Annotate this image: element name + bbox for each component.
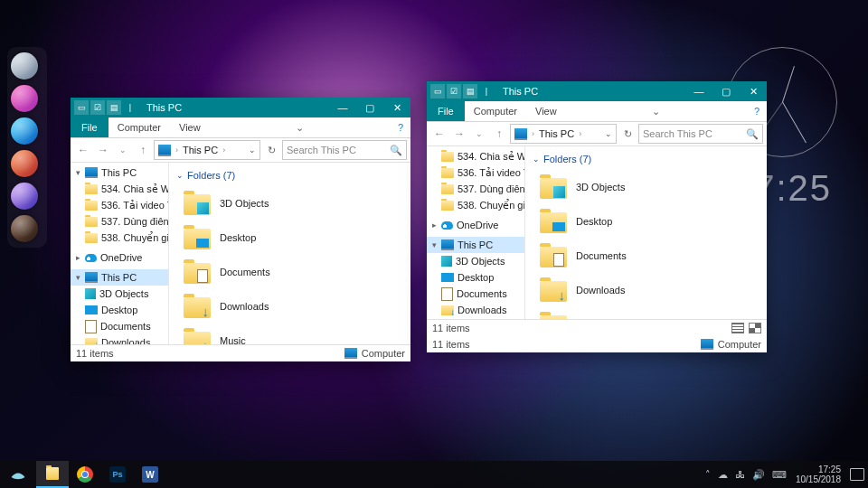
tray-up-icon[interactable]: ˄ [705, 469, 711, 481]
folder-item-3d[interactable]: 3D Objects [533, 170, 760, 204]
close-button[interactable]: ✕ [383, 98, 410, 117]
tray-clock[interactable]: 17:25 10/15/2018 [794, 465, 843, 484]
up-button[interactable]: ↑ [134, 141, 152, 159]
folder-item-documents[interactable]: Documents [176, 255, 403, 289]
nav-item[interactable]: Downloads [427, 302, 524, 318]
folder-item-desktop[interactable]: Desktop [533, 204, 760, 239]
help-icon[interactable]: ? [391, 122, 410, 133]
folder-item-music[interactable]: Music [533, 307, 760, 319]
nav-item[interactable]: Documents [427, 286, 524, 302]
nav-item[interactable]: ▸OneDrive [71, 249, 168, 266]
dock-1[interactable] [11, 52, 38, 80]
computer-tab[interactable]: Computer [465, 101, 526, 121]
ribbon-expand-icon[interactable]: ⌄ [646, 106, 666, 117]
file-tab[interactable]: File [71, 117, 108, 137]
dock-6[interactable] [11, 215, 38, 242]
nav-item[interactable]: 3D Objects [71, 286, 168, 302]
nav-item[interactable]: Downloads [71, 334, 168, 344]
folders-group-header[interactable]: ⌄ Folders (7) [533, 152, 760, 166]
folder-item-music[interactable]: Music [176, 324, 403, 344]
ribbon-expand-icon[interactable]: ⌄ [290, 122, 310, 134]
search-input[interactable]: Search This PC 🔍 [282, 140, 407, 160]
folders-group-header[interactable]: ⌄ Folders (7) [176, 168, 403, 183]
view-tab[interactable]: View [526, 101, 566, 121]
taskbar-photoshop[interactable]: Ps [101, 461, 134, 488]
chevron-icon[interactable]: ▸ [74, 253, 81, 262]
titlebar[interactable]: ▭ ☑ ▤ | This PC — ▢ ✕ [427, 81, 767, 101]
dock-3[interactable] [11, 117, 38, 145]
refresh-button[interactable]: ↻ [262, 141, 280, 159]
up-button[interactable]: ↑ [490, 125, 508, 143]
nav-item[interactable]: ▸OneDrive [427, 217, 524, 233]
nav-item[interactable]: 537. Dùng điên n [71, 213, 168, 230]
maximize-button[interactable]: ▢ [712, 81, 740, 101]
folder-item-downloads[interactable]: Downloads [533, 273, 760, 307]
computer-tab[interactable]: Computer [108, 117, 170, 137]
close-button[interactable]: ✕ [740, 81, 767, 101]
nav-item[interactable]: 536. Tải video Yo [71, 197, 168, 213]
tray-language-icon[interactable]: ⌨ [772, 469, 787, 481]
nav-item[interactable]: 534. Chia sẻ Wifi [427, 148, 524, 164]
folder-item-desktop[interactable]: Desktop [176, 221, 403, 255]
tray-volume-icon[interactable]: 🔊 [752, 469, 765, 481]
nav-item[interactable]: 536. Tải video Yo [427, 164, 524, 181]
back-button[interactable]: ← [74, 141, 92, 159]
refresh-button[interactable]: ↻ [618, 125, 637, 143]
search-input[interactable]: Search This PC 🔍 [638, 124, 763, 144]
folder-item-documents[interactable]: Documents [533, 239, 760, 273]
address-bar[interactable]: › This PC › ⌄ [510, 124, 617, 144]
help-icon[interactable]: ? [747, 106, 767, 117]
dock-4[interactable] [11, 150, 38, 177]
qat-props-icon[interactable]: ☑ [90, 100, 105, 115]
nav-item[interactable]: 537. Dùng điên n [427, 181, 524, 197]
breadcrumb-root[interactable]: This PC [183, 145, 218, 155]
dock-2[interactable] [11, 85, 38, 112]
qat-new-icon[interactable]: ▤ [107, 100, 121, 115]
taskbar-chrome[interactable] [69, 461, 101, 488]
tray-notification-icon[interactable] [850, 468, 864, 481]
nav-item[interactable]: ▾This PC [71, 269, 168, 286]
nav-item[interactable]: 3D Objects [427, 253, 524, 269]
address-dropdown-icon[interactable]: ⌄ [605, 129, 612, 138]
content-pane[interactable]: ⌄ Folders (7) 3D ObjectsDesktopDocuments… [525, 146, 767, 319]
qat-new-icon[interactable]: ▤ [463, 84, 477, 99]
content-pane[interactable]: ⌄ Folders (7) 3D ObjectsDesktopDocuments… [169, 163, 410, 344]
navigation-pane[interactable]: 534. Chia sẻ Wifi536. Tải video Yo537. D… [427, 146, 525, 319]
view-tab[interactable]: View [170, 117, 210, 137]
view-large-icon[interactable] [749, 323, 761, 333]
tray-onedrive-icon[interactable]: ☁ [718, 469, 728, 481]
minimize-button[interactable]: — [329, 98, 356, 117]
chevron-icon[interactable]: ▸ [430, 221, 438, 230]
navigation-pane[interactable]: ▾This PC534. Chia sẻ Wifi536. Tải video … [71, 163, 169, 344]
qat-props-icon[interactable]: ☑ [447, 84, 461, 99]
address-bar[interactable]: › This PC › ⌄ [154, 140, 260, 160]
titlebar[interactable]: ▭ ☑ ▤ | This PC — ▢ ✕ [71, 98, 410, 117]
address-dropdown-icon[interactable]: ⌄ [249, 145, 256, 155]
folder-item-3d[interactable]: 3D Objects [176, 186, 403, 221]
nav-item[interactable]: Desktop [427, 269, 524, 286]
qat-pc-icon[interactable]: ▭ [430, 84, 445, 99]
folder-item-downloads[interactable]: Downloads [176, 289, 403, 324]
breadcrumb-root[interactable]: This PC [539, 128, 574, 139]
nav-item[interactable]: Desktop [71, 302, 168, 318]
nav-item[interactable]: 534. Chia sẻ Wifi [71, 181, 168, 197]
view-details-icon[interactable] [731, 323, 744, 333]
history-dropdown-icon[interactable]: ⌄ [114, 141, 132, 159]
forward-button[interactable]: → [450, 125, 468, 143]
chevron-icon[interactable]: ▾ [74, 273, 81, 282]
taskbar-word[interactable]: W [134, 461, 166, 488]
start-button[interactable] [0, 461, 36, 488]
history-dropdown-icon[interactable]: ⌄ [470, 125, 488, 143]
chevron-icon[interactable]: ▾ [430, 240, 438, 249]
qat-pc-icon[interactable]: ▭ [74, 100, 89, 115]
file-tab[interactable]: File [427, 101, 465, 121]
taskbar-file-explorer[interactable] [36, 461, 69, 488]
dock-5[interactable] [11, 183, 38, 210]
maximize-button[interactable]: ▢ [356, 98, 383, 117]
minimize-button[interactable]: — [685, 81, 712, 101]
nav-item[interactable]: 538. Chuyển giao [427, 197, 524, 213]
forward-button[interactable]: → [94, 141, 112, 159]
tray-network-icon[interactable]: 🖧 [735, 469, 745, 480]
nav-item[interactable]: ▾This PC [71, 164, 168, 181]
nav-item[interactable]: 538. Chuyển giao [71, 230, 168, 246]
